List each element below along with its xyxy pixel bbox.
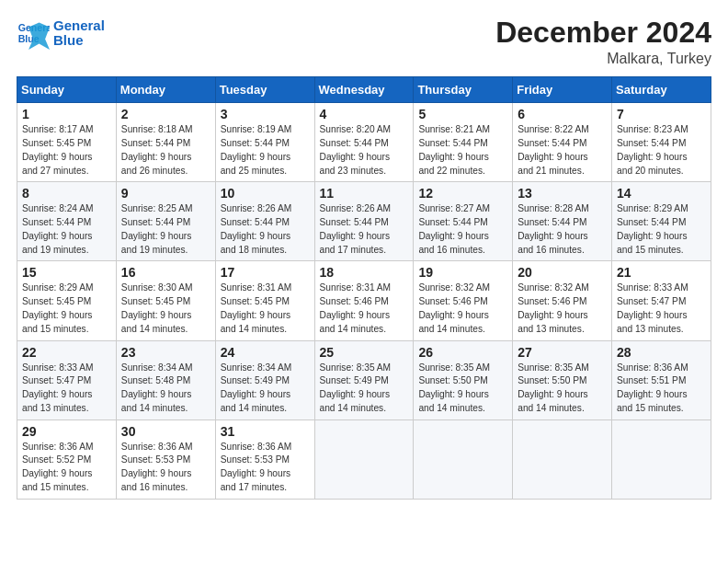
day-number: 21	[617, 265, 706, 280]
day-number: 2	[121, 107, 210, 121]
calendar-header-row: SundayMondayTuesdayWednesdayThursdayFrid…	[17, 77, 711, 103]
day-number: 18	[320, 265, 409, 280]
day-number: 17	[221, 265, 310, 280]
day-cell-16: 16Sunrise: 8:30 AM Sunset: 5:45 PM Dayli…	[116, 261, 215, 340]
day-cell-7: 7Sunrise: 8:23 AM Sunset: 5:44 PM Daylig…	[612, 103, 711, 182]
day-cell-27: 27Sunrise: 8:35 AM Sunset: 5:50 PM Dayli…	[513, 340, 612, 419]
calendar-table: SundayMondayTuesdayWednesdayThursdayFrid…	[17, 76, 711, 500]
day-number: 13	[518, 186, 607, 201]
day-number: 1	[22, 107, 111, 121]
logo-line1: General	[53, 18, 105, 34]
day-cell-22: 22Sunrise: 8:33 AM Sunset: 5:47 PM Dayli…	[17, 340, 117, 419]
day-number: 9	[121, 186, 210, 201]
day-cell-21: 21Sunrise: 8:33 AM Sunset: 5:47 PM Dayli…	[612, 261, 711, 340]
day-cell-29: 29Sunrise: 8:36 AM Sunset: 5:52 PM Dayli…	[17, 419, 117, 499]
day-number: 26	[418, 345, 507, 360]
day-cell-11: 11Sunrise: 8:26 AM Sunset: 5:44 PM Dayli…	[314, 182, 414, 261]
day-number: 16	[121, 265, 210, 280]
calendar-body: 1Sunrise: 8:17 AM Sunset: 5:45 PM Daylig…	[17, 103, 711, 500]
day-cell-24: 24Sunrise: 8:34 AM Sunset: 5:49 PM Dayli…	[215, 340, 314, 419]
day-info: Sunrise: 8:21 AM Sunset: 5:44 PM Dayligh…	[418, 123, 507, 178]
day-info: Sunrise: 8:19 AM Sunset: 5:44 PM Dayligh…	[221, 123, 310, 178]
day-info: Sunrise: 8:22 AM Sunset: 5:44 PM Dayligh…	[518, 123, 607, 178]
day-header-wednesday: Wednesday	[314, 77, 414, 103]
day-number: 3	[221, 107, 310, 121]
day-info: Sunrise: 8:29 AM Sunset: 5:44 PM Dayligh…	[617, 202, 706, 257]
day-cell-14: 14Sunrise: 8:29 AM Sunset: 5:44 PM Dayli…	[612, 182, 711, 261]
day-number: 11	[320, 186, 409, 201]
day-number: 22	[22, 345, 111, 360]
day-number: 28	[617, 345, 706, 360]
day-number: 25	[320, 345, 409, 360]
day-cell-2: 2Sunrise: 8:18 AM Sunset: 5:44 PM Daylig…	[116, 103, 215, 182]
day-number: 29	[22, 424, 111, 439]
day-info: Sunrise: 8:35 AM Sunset: 5:50 PM Dayligh…	[418, 362, 507, 416]
day-header-saturday: Saturday	[612, 77, 711, 103]
day-cell-18: 18Sunrise: 8:31 AM Sunset: 5:46 PM Dayli…	[314, 261, 414, 340]
day-info: Sunrise: 8:27 AM Sunset: 5:44 PM Dayligh…	[418, 202, 507, 257]
day-info: Sunrise: 8:18 AM Sunset: 5:44 PM Dayligh…	[121, 123, 210, 178]
day-header-sunday: Sunday	[17, 77, 117, 103]
day-cell-3: 3Sunrise: 8:19 AM Sunset: 5:44 PM Daylig…	[215, 103, 314, 182]
day-info: Sunrise: 8:34 AM Sunset: 5:49 PM Dayligh…	[221, 362, 310, 416]
page: General Blue General Blue December 2024 …	[0, 0, 728, 563]
day-cell-15: 15Sunrise: 8:29 AM Sunset: 5:45 PM Dayli…	[17, 261, 117, 340]
day-info: Sunrise: 8:20 AM Sunset: 5:44 PM Dayligh…	[320, 123, 409, 178]
day-number: 6	[518, 107, 607, 121]
day-info: Sunrise: 8:32 AM Sunset: 5:46 PM Dayligh…	[518, 282, 607, 336]
day-info: Sunrise: 8:36 AM Sunset: 5:53 PM Dayligh…	[221, 441, 310, 495]
day-cell-12: 12Sunrise: 8:27 AM Sunset: 5:44 PM Dayli…	[414, 182, 513, 261]
subtitle: Malkara, Turkey	[495, 51, 711, 67]
day-number: 8	[22, 186, 111, 201]
day-info: Sunrise: 8:24 AM Sunset: 5:44 PM Dayligh…	[22, 202, 111, 257]
day-number: 30	[121, 424, 210, 439]
day-number: 7	[617, 107, 706, 121]
day-info: Sunrise: 8:29 AM Sunset: 5:45 PM Dayligh…	[22, 282, 111, 336]
day-number: 12	[418, 186, 507, 201]
day-info: Sunrise: 8:26 AM Sunset: 5:44 PM Dayligh…	[221, 202, 310, 257]
day-number: 20	[518, 265, 607, 280]
day-cell-1: 1Sunrise: 8:17 AM Sunset: 5:45 PM Daylig…	[17, 103, 117, 182]
day-info: Sunrise: 8:36 AM Sunset: 5:51 PM Dayligh…	[617, 362, 706, 416]
week-row-4: 22Sunrise: 8:33 AM Sunset: 5:47 PM Dayli…	[17, 340, 711, 419]
day-info: Sunrise: 8:32 AM Sunset: 5:46 PM Dayligh…	[418, 282, 507, 336]
logo-icon: General Blue	[17, 17, 50, 50]
day-cell-19: 19Sunrise: 8:32 AM Sunset: 5:46 PM Dayli…	[414, 261, 513, 340]
day-cell-9: 9Sunrise: 8:25 AM Sunset: 5:44 PM Daylig…	[116, 182, 215, 261]
day-info: Sunrise: 8:31 AM Sunset: 5:45 PM Dayligh…	[221, 282, 310, 336]
day-number: 14	[617, 186, 706, 201]
day-info: Sunrise: 8:34 AM Sunset: 5:48 PM Dayligh…	[121, 362, 210, 416]
day-info: Sunrise: 8:28 AM Sunset: 5:44 PM Dayligh…	[518, 202, 607, 257]
week-row-1: 1Sunrise: 8:17 AM Sunset: 5:45 PM Daylig…	[17, 103, 711, 182]
day-cell-23: 23Sunrise: 8:34 AM Sunset: 5:48 PM Dayli…	[116, 340, 215, 419]
day-cell-17: 17Sunrise: 8:31 AM Sunset: 5:45 PM Dayli…	[215, 261, 314, 340]
day-info: Sunrise: 8:33 AM Sunset: 5:47 PM Dayligh…	[617, 282, 706, 336]
empty-cell	[314, 419, 414, 499]
day-info: Sunrise: 8:25 AM Sunset: 5:44 PM Dayligh…	[121, 202, 210, 257]
empty-cell	[513, 419, 612, 499]
day-info: Sunrise: 8:23 AM Sunset: 5:44 PM Dayligh…	[617, 123, 706, 178]
empty-cell	[612, 419, 711, 499]
logo: General Blue General Blue	[17, 17, 105, 50]
day-cell-8: 8Sunrise: 8:24 AM Sunset: 5:44 PM Daylig…	[17, 182, 117, 261]
day-info: Sunrise: 8:36 AM Sunset: 5:52 PM Dayligh…	[22, 441, 111, 495]
title-block: December 2024 Malkara, Turkey	[495, 17, 711, 67]
day-header-thursday: Thursday	[414, 77, 513, 103]
day-cell-6: 6Sunrise: 8:22 AM Sunset: 5:44 PM Daylig…	[513, 103, 612, 182]
day-info: Sunrise: 8:35 AM Sunset: 5:50 PM Dayligh…	[518, 362, 607, 416]
main-title: December 2024	[495, 17, 711, 49]
day-number: 24	[221, 345, 310, 360]
day-cell-26: 26Sunrise: 8:35 AM Sunset: 5:50 PM Dayli…	[414, 340, 513, 419]
day-info: Sunrise: 8:26 AM Sunset: 5:44 PM Dayligh…	[320, 202, 409, 257]
day-info: Sunrise: 8:33 AM Sunset: 5:47 PM Dayligh…	[22, 362, 111, 416]
day-number: 27	[518, 345, 607, 360]
logo-line2: Blue	[53, 33, 105, 49]
day-info: Sunrise: 8:36 AM Sunset: 5:53 PM Dayligh…	[121, 441, 210, 495]
day-cell-5: 5Sunrise: 8:21 AM Sunset: 5:44 PM Daylig…	[414, 103, 513, 182]
day-number: 10	[221, 186, 310, 201]
day-cell-30: 30Sunrise: 8:36 AM Sunset: 5:53 PM Dayli…	[116, 419, 215, 499]
day-cell-4: 4Sunrise: 8:20 AM Sunset: 5:44 PM Daylig…	[314, 103, 414, 182]
day-number: 5	[418, 107, 507, 121]
day-header-monday: Monday	[116, 77, 215, 103]
day-header-friday: Friday	[513, 77, 612, 103]
